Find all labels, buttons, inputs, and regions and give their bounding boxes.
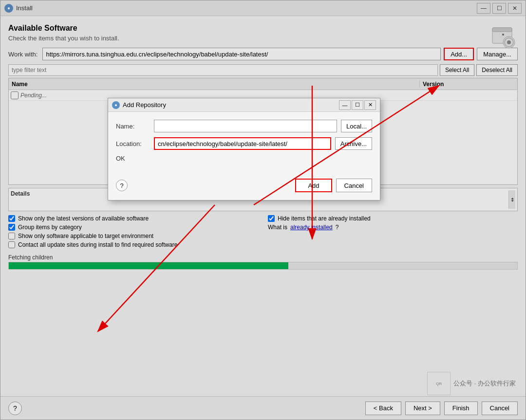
dialog-help-button[interactable]: ? [116, 180, 128, 191]
dialog-minimize-button[interactable]: — [339, 100, 351, 110]
dialog-controls: — ☐ ✕ [339, 100, 376, 110]
name-label: Name: [116, 123, 150, 130]
dialog-footer: ? Add Cancel [108, 175, 380, 200]
dialog-icon: ● [112, 101, 120, 109]
dialog-cancel-button[interactable]: Cancel [336, 179, 372, 192]
dialog-overlay: ● Add Repository — ☐ ✕ Name: Local... [0, 0, 526, 420]
dialog-body: Name: Local... Location: Archive... OK [108, 112, 380, 175]
local-button[interactable]: Local... [341, 120, 372, 132]
name-row: Name: Local... [116, 120, 372, 132]
add-repository-dialog: ● Add Repository — ☐ ✕ Name: Local... [108, 98, 380, 201]
location-row: Location: Archive... [116, 137, 372, 150]
main-window: ● Install — ☐ ✕ Available Software Check… [0, 0, 526, 420]
dialog-title: Add Repository [123, 101, 339, 109]
watermark-text: 公众号 · 办公软件行家 [453, 379, 516, 388]
dialog-close-button[interactable]: ✕ [364, 100, 376, 110]
dialog-title-bar: ● Add Repository — ☐ ✕ [108, 98, 380, 112]
ok-row: OK [116, 155, 372, 162]
dialog-add-button[interactable]: Add [295, 179, 332, 192]
name-input[interactable] [154, 120, 337, 132]
dialog-maximize-button[interactable]: ☐ [352, 100, 363, 110]
location-input[interactable] [154, 137, 331, 150]
watermark: QR 公众号 · 办公软件行家 [427, 372, 516, 395]
ok-label: OK [116, 155, 125, 162]
location-label: Location: [116, 140, 150, 147]
qr-code: QR [427, 372, 451, 395]
archive-button[interactable]: Archive... [335, 137, 372, 150]
